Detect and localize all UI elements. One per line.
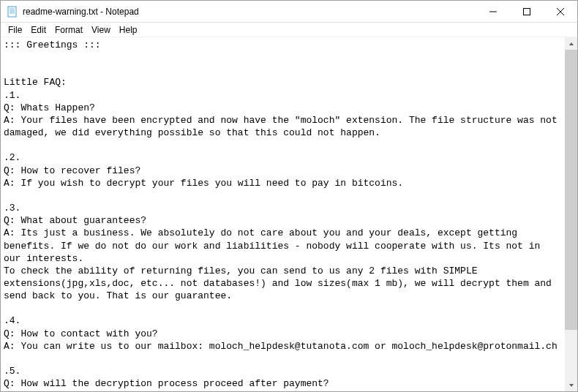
window-controls bbox=[476, 1, 577, 22]
notepad-window: readme-warning.txt - Notepad File Edit F… bbox=[0, 0, 578, 392]
scroll-down-button[interactable] bbox=[565, 379, 577, 391]
content-area: ::: Greetings ::: Little FAQ: .1. Q: Wha… bbox=[1, 37, 577, 391]
close-button[interactable] bbox=[544, 1, 577, 22]
scrollbar-track[interactable] bbox=[565, 50, 577, 379]
menu-file[interactable]: File bbox=[4, 23, 26, 37]
maximize-button[interactable] bbox=[510, 1, 544, 22]
titlebar: readme-warning.txt - Notepad bbox=[1, 1, 577, 23]
svg-rect-6 bbox=[524, 8, 530, 15]
menu-edit[interactable]: Edit bbox=[26, 23, 50, 37]
vertical-scrollbar[interactable] bbox=[565, 37, 577, 391]
window-title: readme-warning.txt - Notepad bbox=[23, 7, 476, 17]
menu-help[interactable]: Help bbox=[115, 23, 142, 37]
scroll-up-button[interactable] bbox=[565, 37, 577, 50]
menu-view[interactable]: View bbox=[87, 23, 115, 37]
menu-format[interactable]: Format bbox=[50, 23, 87, 37]
scrollbar-thumb[interactable] bbox=[565, 50, 577, 330]
minimize-button[interactable] bbox=[476, 1, 510, 22]
notepad-icon bbox=[7, 6, 18, 18]
menubar: File Edit Format View Help bbox=[1, 23, 577, 37]
text-editor[interactable]: ::: Greetings ::: Little FAQ: .1. Q: Wha… bbox=[1, 37, 565, 391]
